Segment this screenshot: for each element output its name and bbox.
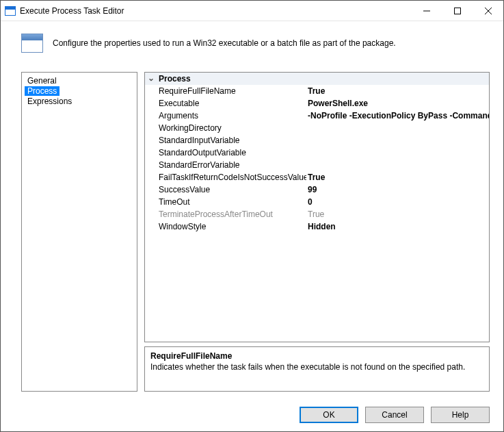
nav-item-general[interactable]: General [22, 75, 137, 86]
prop-row-timeout[interactable]: TimeOut 0 [145, 196, 489, 208]
close-button[interactable] [473, 1, 503, 21]
prop-value[interactable]: True [306, 171, 489, 183]
prop-row-stderrvar[interactable]: StandardErrorVariable [145, 159, 489, 171]
prop-value[interactable]: 0 [306, 196, 489, 208]
window-title: Execute Process Task Editor [20, 6, 124, 16]
banner-text: Configure the properties used to run a W… [53, 38, 396, 48]
property-grid: ⌄ Process RequireFullFileName True Execu… [144, 72, 490, 342]
prop-row-successvalue[interactable]: SuccessValue 99 [145, 183, 489, 196]
prop-name: TimeOut [157, 196, 306, 208]
prop-row-stdoutvar[interactable]: StandardOutputVariable [145, 147, 489, 159]
prop-value[interactable] [306, 134, 489, 147]
minimize-icon [423, 8, 430, 14]
dialog-window: Execute Process Task Editor Configure th… [0, 0, 504, 432]
collapse-icon[interactable]: ⌄ [145, 73, 157, 85]
nav-item-process[interactable]: Process [25, 86, 59, 96]
close-icon [485, 8, 492, 14]
prop-value[interactable] [306, 147, 489, 159]
maximize-icon [454, 8, 461, 14]
prop-name: StandardOutputVariable [157, 147, 306, 159]
main-pane: ⌄ Process RequireFullFileName True Execu… [144, 72, 490, 392]
svg-rect-1 [454, 8, 460, 14]
task-icon [21, 34, 43, 53]
prop-row-executable[interactable]: Executable PowerShell.exe [145, 97, 489, 110]
prop-value[interactable] [306, 159, 489, 171]
prop-row-arguments[interactable]: Arguments -NoProfile -ExecutionPolicy By… [145, 110, 489, 122]
prop-name: RequireFullFileName [157, 85, 306, 97]
dialog-body: General Process Expressions ⌄ Process Re… [1, 72, 503, 401]
maximize-button[interactable] [442, 1, 473, 21]
description-pane: RequireFullFileName Indicates whether th… [144, 346, 490, 392]
prop-row-stdinvar[interactable]: StandardInputVariable [145, 134, 489, 147]
titlebar: Execute Process Task Editor [1, 1, 503, 21]
prop-name: WindowStyle [157, 220, 306, 233]
category-nav: General Process Expressions [21, 72, 137, 392]
prop-row-failtask[interactable]: FailTaskIfReturnCodeIsNotSuccessValue Tr… [145, 171, 489, 183]
category-row-process[interactable]: ⌄ Process [145, 73, 489, 85]
prop-name: FailTaskIfReturnCodeIsNotSuccessValue [157, 171, 306, 183]
prop-value[interactable]: True [306, 85, 489, 97]
prop-row-windowstyle[interactable]: WindowStyle Hidden [145, 220, 489, 233]
prop-value: True [306, 208, 489, 220]
prop-name: Arguments [157, 110, 306, 122]
description-title: RequireFullFileName [150, 351, 483, 361]
property-grid-rows: ⌄ Process RequireFullFileName True Execu… [145, 73, 489, 342]
prop-value[interactable]: Hidden [306, 220, 489, 233]
button-bar: OK Cancel Help [1, 401, 503, 431]
nav-item-expressions[interactable]: Expressions [22, 96, 137, 107]
app-icon [5, 6, 16, 16]
prop-name: StandardErrorVariable [157, 159, 306, 171]
prop-row-requirefullfilename[interactable]: RequireFullFileName True [145, 85, 489, 97]
ok-button[interactable]: OK [300, 407, 358, 423]
prop-row-workingdirectory[interactable]: WorkingDirectory [145, 122, 489, 134]
prop-value[interactable] [306, 122, 489, 134]
help-button[interactable]: Help [431, 407, 490, 423]
prop-name: StandardInputVariable [157, 134, 306, 147]
prop-value[interactable]: 99 [306, 183, 489, 196]
prop-name: Executable [157, 97, 306, 110]
banner: Configure the properties used to run a W… [1, 21, 503, 72]
prop-name: TerminateProcessAfterTimeOut [157, 208, 306, 220]
prop-value[interactable]: PowerShell.exe [306, 97, 489, 110]
description-text: Indicates whether the task fails when th… [150, 362, 483, 372]
cancel-button[interactable]: Cancel [365, 407, 424, 423]
prop-value[interactable]: -NoProfile -ExecutionPolicy ByPass -Comm… [306, 110, 489, 122]
minimize-button[interactable] [411, 1, 442, 21]
prop-name: WorkingDirectory [157, 122, 306, 134]
prop-row-terminateaftertimeout: TerminateProcessAfterTimeOut True [145, 208, 489, 220]
prop-name: SuccessValue [157, 183, 306, 196]
